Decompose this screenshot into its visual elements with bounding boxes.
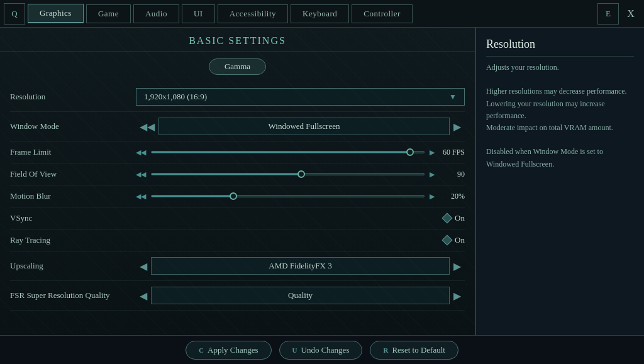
undo-changes-button[interactable]: U Undo Changes (279, 341, 363, 360)
window-mode-right-arrow[interactable]: ▶ (450, 121, 465, 133)
reset-key-indicator: R (383, 346, 388, 354)
motion-blur-track[interactable] (151, 195, 425, 197)
fov-control: ◀◀ ▶ 90 (136, 170, 465, 179)
apply-changes-label: Apply Changes (208, 345, 258, 355)
ray-tracing-label: Ray Tracing (10, 235, 136, 245)
setting-ray-tracing: Ray Tracing On (10, 229, 465, 251)
settings-list: Resolution 1,920x1,080 (16:9) ▼ Window M… (0, 80, 475, 313)
undo-changes-label: Undo Changes (301, 345, 350, 355)
reset-to-default-label: Reset to Default (392, 345, 445, 355)
motion-blur-fill (152, 196, 233, 197)
tab-game[interactable]: Game (86, 4, 131, 23)
fsr-control: ◀ Quality ▶ (136, 287, 465, 304)
info-panel-text: Adjusts your resolution. Higher resoluti… (486, 62, 634, 170)
fov-fill (152, 174, 301, 175)
fsr-label: FSR Super Resolution Quality (10, 290, 136, 301)
frame-limit-value: 60 FPS (440, 148, 465, 157)
upscaling-control: ◀ AMD FidelityFX 3 ▶ (136, 257, 465, 275)
fsr-left-arrow[interactable]: ◀ (136, 290, 151, 302)
ray-tracing-value: On (455, 235, 465, 245)
ray-tracing-toggle[interactable]: On (443, 235, 465, 245)
undo-key-indicator: U (292, 346, 297, 354)
setting-upscaling: Upscaling ◀ AMD FidelityFX 3 ▶ (10, 251, 465, 281)
setting-fsr: FSR Super Resolution Quality ◀ Quality ▶ (10, 281, 465, 311)
ray-tracing-control: On (136, 235, 465, 245)
tab-graphics[interactable]: Graphics (28, 4, 84, 23)
fsr-value: Quality (151, 287, 450, 304)
resolution-dropdown[interactable]: 1,920x1,080 (16:9) ▼ (136, 88, 465, 106)
setting-frame-limit: Frame Limit ◀◀ ▶ 60 FPS (10, 141, 465, 163)
motion-blur-label: Motion Blur (10, 191, 136, 201)
setting-vsync: VSync On (10, 207, 465, 229)
setting-resolution: Resolution 1,920x1,080 (16:9) ▼ (10, 82, 465, 112)
upscaling-left-arrow[interactable]: ◀ (136, 260, 151, 272)
setting-window-mode: Window Mode ◀◀ Windowed Fullscreen ▶ (10, 112, 465, 141)
resolution-value: 1,920x1,080 (16:9) (144, 92, 207, 102)
resolution-control: 1,920x1,080 (16:9) ▼ (136, 88, 465, 106)
ray-tracing-diamond-icon (442, 235, 453, 246)
vsync-diamond-icon (442, 213, 453, 224)
top-navigation: Q Graphics Game Audio UI Accessibility K… (0, 0, 644, 28)
vsync-control: On (136, 213, 465, 223)
fov-value: 90 (440, 170, 465, 179)
motion-blur-thumb[interactable] (230, 192, 237, 200)
frame-limit-fill (152, 152, 410, 153)
window-mode-selector: ◀◀ Windowed Fullscreen ▶ (136, 118, 465, 135)
apply-key-indicator: C (199, 346, 204, 354)
window-mode-left-arrow[interactable]: ◀◀ (136, 121, 158, 133)
setting-fov: Field Of View ◀◀ ▶ 90 (10, 163, 465, 185)
apply-changes-button[interactable]: C Apply Changes (186, 341, 271, 360)
vsync-label: VSync (10, 213, 136, 223)
main-area: Basic Settings Gamma Resolution 1,920x1,… (0, 28, 644, 335)
motion-blur-left-arrows[interactable]: ◀◀ (136, 192, 146, 201)
info-panel-title: Resolution (486, 38, 634, 57)
nav-q-icon[interactable]: Q (4, 3, 25, 25)
fov-thumb[interactable] (297, 170, 305, 178)
upscaling-label: Upscaling (10, 261, 136, 271)
setting-motion-blur: Motion Blur ◀◀ ▶ 20% (10, 185, 465, 207)
upscaling-selector: ◀ AMD FidelityFX 3 ▶ (136, 257, 465, 275)
frame-limit-left-arrows[interactable]: ◀◀ (136, 148, 146, 157)
upscaling-value: AMD FidelityFX 3 (151, 257, 450, 275)
window-mode-label: Window Mode (10, 121, 136, 131)
tab-accessibility[interactable]: Accessibility (218, 4, 288, 23)
fov-label: Field Of View (10, 169, 136, 179)
reset-to-default-button[interactable]: R Reset to Default (370, 341, 458, 360)
fsr-selector: ◀ Quality ▶ (136, 287, 465, 304)
frame-limit-label: Frame Limit (10, 147, 136, 157)
nav-e-icon[interactable]: E (597, 3, 619, 25)
tab-ui[interactable]: UI (182, 4, 215, 23)
motion-blur-value: 20% (440, 192, 465, 201)
frame-limit-thumb[interactable] (406, 148, 414, 156)
bottom-bar: C Apply Changes U Undo Changes R Reset t… (0, 335, 644, 364)
tab-audio[interactable]: Audio (133, 4, 179, 23)
resolution-label: Resolution (10, 92, 136, 102)
close-button[interactable]: X (620, 3, 641, 25)
motion-blur-control: ◀◀ ▶ 20% (136, 192, 465, 201)
section-title: Basic Settings (0, 28, 475, 52)
fov-track[interactable] (151, 173, 425, 175)
tab-controller[interactable]: Controller (352, 4, 412, 23)
window-mode-value: Windowed Fullscreen (158, 118, 450, 135)
window-mode-control: ◀◀ Windowed Fullscreen ▶ (136, 118, 465, 135)
fsr-right-arrow[interactable]: ▶ (450, 290, 465, 302)
frame-limit-control: ◀◀ ▶ 60 FPS (136, 148, 465, 157)
sub-tabs-container: Gamma (0, 52, 475, 80)
fov-left-arrows[interactable]: ◀◀ (136, 170, 146, 179)
fov-right-arrows[interactable]: ▶ (430, 170, 435, 179)
frame-limit-track[interactable] (151, 151, 425, 153)
tab-keyboard[interactable]: Keyboard (291, 4, 349, 23)
upscaling-right-arrow[interactable]: ▶ (450, 260, 465, 272)
vsync-value: On (455, 213, 465, 223)
right-panel: Resolution Adjusts your resolution. High… (475, 28, 644, 335)
vsync-toggle[interactable]: On (443, 213, 465, 223)
motion-blur-right-arrows[interactable]: ▶ (430, 192, 435, 201)
subtab-gamma[interactable]: Gamma (209, 58, 266, 75)
dropdown-arrow-icon: ▼ (449, 92, 457, 102)
left-panel: Basic Settings Gamma Resolution 1,920x1,… (0, 28, 475, 335)
frame-limit-right-arrows[interactable]: ▶ (430, 148, 435, 157)
